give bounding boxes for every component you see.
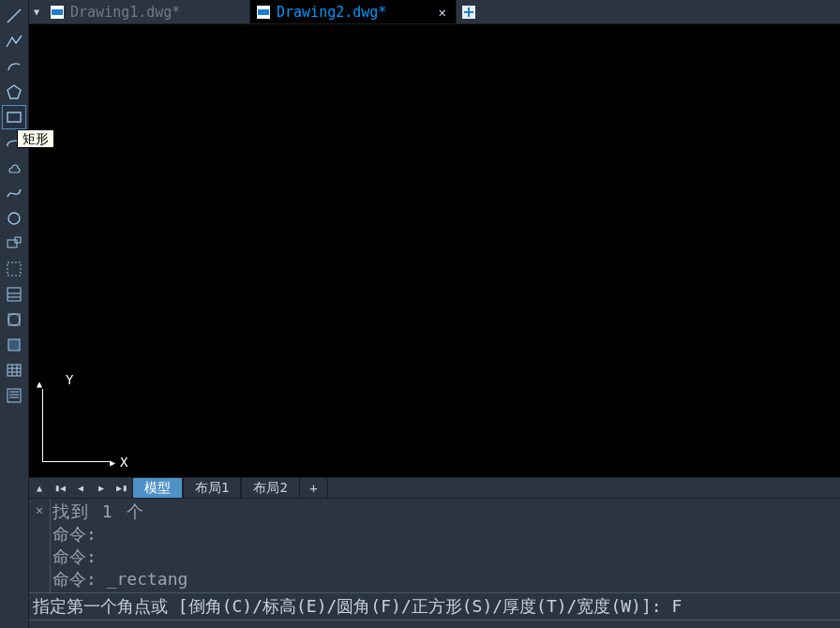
file-tab-drawing2[interactable]: Drawing2.dwg* ✕	[250, 0, 457, 23]
ucs-x-axis	[42, 461, 110, 462]
file-tab-label: Drawing1.dwg*	[70, 4, 240, 21]
svg-rect-2	[8, 112, 21, 122]
tool-boundary[interactable]	[2, 307, 26, 332]
command-input[interactable]: 指定第一个角点或 [倒角(C)/标高(E)/圆角(F)/正方形(S)/厚度(T)…	[29, 592, 840, 621]
svg-line-0	[8, 9, 21, 22]
dwg-file-icon	[256, 5, 271, 20]
dwg-file-icon	[50, 5, 65, 20]
tool-table[interactable]	[2, 358, 26, 382]
tool-circle[interactable]	[2, 206, 26, 231]
new-file-tab-button[interactable]	[457, 0, 481, 23]
tool-hatch[interactable]	[2, 282, 26, 307]
layout-tab-layout1[interactable]: 布局1	[183, 478, 241, 498]
svg-rect-18	[8, 389, 21, 402]
ucs-y-axis	[42, 389, 43, 462]
svg-rect-7	[8, 288, 21, 301]
tool-polyline[interactable]	[2, 29, 26, 53]
tool-insert[interactable]	[2, 232, 26, 256]
layout-tab-bar: ▲ ▮◀ ◀ ▶ ▶▮ 模型 布局1 布局2 +	[29, 477, 840, 498]
file-tab-drawing1[interactable]: Drawing1.dwg*	[44, 0, 250, 23]
layout-nav-first-icon[interactable]: ▮◀	[50, 478, 70, 498]
file-tab-label: Drawing2.dwg*	[277, 4, 433, 21]
tool-region[interactable]	[2, 333, 26, 357]
svg-point-10	[8, 314, 20, 325]
ucs-x-label: X	[120, 455, 128, 470]
layout-nav-prev-icon[interactable]: ◀	[70, 478, 91, 498]
svg-rect-25	[258, 9, 269, 15]
ucs-y-label: Y	[66, 372, 73, 387]
tool-arc[interactable]	[2, 54, 26, 79]
command-log-line: 命令:	[52, 546, 838, 568]
layout-tab-layout2[interactable]: 布局2	[241, 478, 299, 498]
tool-tooltip: 矩形	[17, 129, 54, 148]
layout-nav-next-icon[interactable]: ▶	[91, 478, 112, 498]
svg-rect-12	[8, 339, 20, 351]
layout-nav-last-icon[interactable]: ▶▮	[112, 478, 132, 498]
svg-rect-13	[8, 365, 21, 376]
status-bar	[29, 621, 840, 628]
main-column: ▼ Drawing1.dwg* Drawing2.dwg* ✕ ▶ ▲ X Y …	[29, 0, 840, 628]
close-icon[interactable]: ✕	[439, 5, 446, 20]
svg-point-3	[8, 213, 20, 224]
svg-rect-28	[464, 11, 473, 13]
layout-scroll-up-icon[interactable]: ▲	[29, 478, 50, 498]
layout-tab-add-button[interactable]: +	[300, 478, 328, 498]
tool-line[interactable]	[2, 4, 26, 28]
ucs-y-arrow: ▲	[37, 379, 41, 389]
tool-polygon[interactable]	[2, 80, 26, 104]
command-area: ✕ 找到 1 个 命令: 命令: 命令: _rectang	[29, 498, 840, 592]
tool-attach[interactable]	[2, 257, 26, 281]
file-tab-bar: ▼ Drawing1.dwg* Drawing2.dwg* ✕	[29, 0, 840, 24]
tool-rectangle[interactable]	[2, 105, 26, 129]
tool-spline[interactable]	[2, 181, 26, 205]
drawing-canvas[interactable]: ▶ ▲ X Y	[29, 24, 840, 477]
tool-point[interactable]	[2, 383, 26, 408]
tool-revcloud[interactable]	[2, 156, 26, 180]
command-log-line: 命令:	[52, 523, 838, 546]
svg-rect-6	[8, 262, 21, 276]
file-tab-menu-icon[interactable]: ▼	[29, 0, 44, 23]
svg-marker-1	[8, 85, 21, 98]
command-panel-close-icon[interactable]: ✕	[29, 499, 50, 592]
command-log-line: 找到 1 个	[52, 501, 838, 523]
command-log-line: 命令: _rectang	[52, 568, 838, 591]
tool-palette	[0, 0, 29, 628]
command-log: 找到 1 个 命令: 命令: 命令: _rectang	[50, 499, 840, 592]
svg-rect-23	[52, 9, 63, 15]
ucs-x-arrow: ▶	[110, 457, 114, 468]
layout-tab-model[interactable]: 模型	[132, 478, 183, 498]
